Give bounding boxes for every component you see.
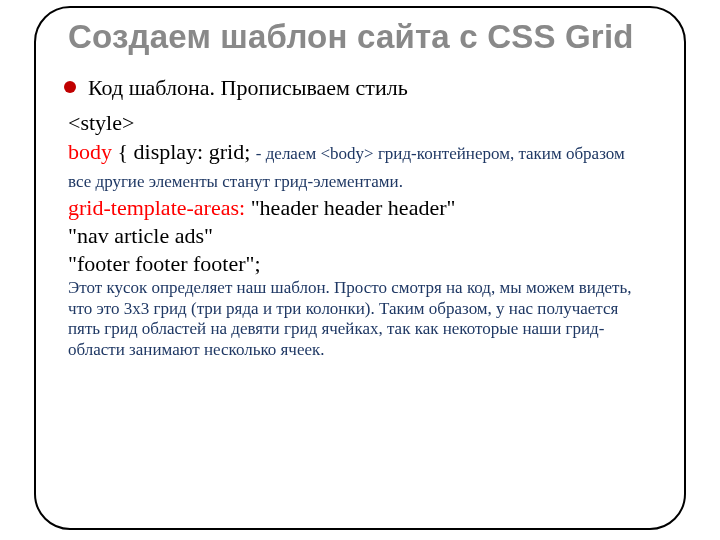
bullet-text: Код шаблона. Прописываем стиль [88,74,408,102]
code-text: { display: grid; [112,139,256,164]
keyword-body: body [68,139,112,164]
code-line-gta-3: "footer footer footer"; [68,250,652,278]
keyword-gta: grid-template-areas: [68,195,245,220]
code-line-body: body { display: grid; - делаем <body> гр… [68,138,652,194]
bullet-item: Код шаблона. Прописываем стиль [64,74,652,102]
code-text: "header header header" [245,195,455,220]
slide-frame: Создаем шаблон сайта с CSS Grid Код шабл… [34,6,686,530]
code-line-gta-1: grid-template-areas: "header header head… [68,194,652,222]
code-line-gta-2: "nav article ads" [68,222,652,250]
code-line-style: <style> [68,109,652,137]
slide-title: Создаем шаблон сайта с CSS Grid [68,18,652,56]
bullet-icon [64,81,76,93]
code-block: <style> body { display: grid; - делаем <… [68,109,652,360]
note-2: Этот кусок определяет наш шаблон. Просто… [68,278,652,360]
